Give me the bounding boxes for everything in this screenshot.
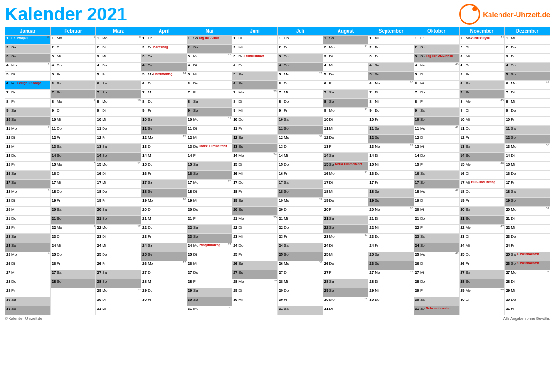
day-abbreviation: Fr bbox=[420, 289, 425, 293]
day-content: 2Sa bbox=[6, 45, 49, 49]
day-number: 24 bbox=[52, 243, 56, 248]
day-number: 6 bbox=[52, 81, 56, 85]
day-content: 3Mi bbox=[52, 54, 95, 58]
day-number: 9 bbox=[415, 108, 420, 112]
cell-9-30: 30Do bbox=[368, 297, 414, 306]
day-abbreviation: Fr bbox=[375, 243, 380, 248]
cell-12-31: 31Fr bbox=[505, 306, 550, 315]
calendar-row-25: 25Mo425Do25Do25So25Di25Fr25So25Mi25Sa25M… bbox=[5, 252, 550, 261]
day-number: 9 bbox=[506, 108, 510, 112]
day-abbreviation: Mo bbox=[329, 45, 335, 49]
day-abbreviation: Sa bbox=[238, 198, 244, 203]
day-content: 2FrKarfreitag bbox=[142, 45, 186, 49]
day-content: 7Do bbox=[6, 90, 49, 94]
day-number: 22 bbox=[506, 225, 510, 230]
day-content: 6Sa bbox=[97, 81, 140, 85]
day-number: 27 bbox=[233, 271, 238, 275]
day-abbreviation: Sa bbox=[148, 117, 153, 121]
day-content: 17Mi bbox=[52, 180, 95, 185]
cell-7-27: 27Di bbox=[277, 270, 323, 279]
cell-1-6: 6MiHeilige 3 Könige bbox=[5, 81, 51, 90]
day-number: 18 bbox=[97, 189, 102, 194]
day-content: 24So bbox=[415, 243, 458, 248]
cell-2-4: 4Do bbox=[50, 63, 96, 72]
day-number: 28 bbox=[142, 280, 147, 284]
day-abbreviation: Mo bbox=[193, 307, 198, 311]
day-content: 18Do bbox=[461, 189, 504, 194]
cell-5-7: 7Fr bbox=[187, 90, 232, 99]
day-abbreviation: So bbox=[57, 90, 62, 94]
day-content: 13Sa bbox=[97, 144, 140, 149]
day-content: 20Mi bbox=[415, 207, 458, 212]
day-number: 18 bbox=[188, 189, 193, 194]
cell-1-15: 15Fr bbox=[5, 162, 51, 171]
day-content: 21Di bbox=[369, 216, 413, 221]
day-number: 19 bbox=[461, 198, 465, 203]
day-number: 24 bbox=[142, 243, 147, 248]
day-abbreviation: So bbox=[329, 225, 335, 230]
cell-7-8: 8Do bbox=[277, 99, 323, 108]
day-number: 16 bbox=[324, 171, 329, 176]
day-number: 17 bbox=[324, 180, 329, 185]
day-content: 31So bbox=[6, 307, 49, 311]
day-abbreviation: Sa bbox=[329, 90, 335, 94]
day-content: 27Sa bbox=[461, 271, 504, 275]
cell-4-20: 20Di bbox=[141, 207, 187, 216]
day-abbreviation: Sa bbox=[193, 225, 198, 230]
day-abbreviation: Mi bbox=[511, 162, 516, 167]
day-abbreviation: So bbox=[284, 252, 289, 257]
day-number: 11 bbox=[369, 126, 374, 131]
day-number: 6 bbox=[142, 81, 147, 85]
day-abbreviation: Sa bbox=[329, 153, 335, 158]
day-content: 15Fr bbox=[415, 162, 458, 167]
day-number: 14 bbox=[97, 153, 102, 158]
day-number: 2 bbox=[233, 45, 238, 49]
day-abbreviation: Mi bbox=[148, 280, 153, 284]
cell-3-15: 15Mo11 bbox=[96, 162, 141, 171]
day-content: 4So bbox=[142, 63, 186, 67]
day-abbreviation: Do bbox=[102, 189, 107, 194]
day-abbreviation: Sa bbox=[102, 81, 107, 85]
cell-7-21: 21Mi bbox=[277, 216, 323, 225]
cell-9-2: 2Do bbox=[368, 45, 414, 54]
day-number: 27 bbox=[279, 271, 283, 275]
cell-10-15: 15Fr bbox=[414, 162, 459, 171]
day-number: 5 bbox=[279, 72, 283, 76]
cell-3-28: 28So bbox=[96, 279, 141, 288]
cell-9-18: 18Sa bbox=[368, 189, 414, 198]
cell-2-23: 23Di bbox=[50, 234, 96, 243]
day-number: 13 bbox=[506, 144, 510, 149]
day-content: 20Mi bbox=[6, 207, 49, 212]
day-number: 18 bbox=[52, 189, 56, 194]
day-content: 4So bbox=[279, 63, 322, 67]
cell-10-8: 8Fr bbox=[414, 99, 459, 108]
cell-11-17: 17MiBuß- und Bettag bbox=[459, 180, 505, 189]
day-number: 1 bbox=[142, 36, 147, 40]
day-number: 7 bbox=[324, 90, 329, 94]
day-content: 8Mo bbox=[461, 99, 504, 103]
day-number: 24 bbox=[506, 243, 510, 248]
day-abbreviation: Sa bbox=[420, 298, 425, 302]
cell-2-24: 24Mi bbox=[50, 243, 96, 252]
cell-11-26: 26Fr bbox=[459, 261, 505, 270]
day-content: 18Di bbox=[188, 189, 231, 194]
day-number: 1 bbox=[6, 36, 11, 40]
cell-6-21: 21Mo25 bbox=[232, 216, 278, 225]
day-abbreviation: Di bbox=[420, 135, 425, 140]
day-number: 25 bbox=[233, 252, 238, 257]
day-number: 1 bbox=[233, 36, 238, 40]
day-abbreviation: Fr bbox=[102, 135, 107, 140]
day-content: 3Mi bbox=[461, 54, 504, 58]
day-content: 13Mo bbox=[506, 144, 549, 149]
cell-1-27: 27Mi bbox=[5, 270, 51, 279]
day-abbreviation: Sa bbox=[284, 180, 289, 185]
day-content: 20Do bbox=[188, 207, 231, 212]
week-number: 7 bbox=[94, 162, 95, 165]
day-number: 20 bbox=[506, 207, 510, 212]
day-content: 6Sa bbox=[52, 81, 95, 85]
day-number: 10 bbox=[142, 117, 147, 121]
cell-4-1: 1Do bbox=[141, 36, 187, 45]
day-abbreviation: Do bbox=[466, 126, 471, 131]
day-content: 15SoMariä Himmelfahrt bbox=[324, 162, 367, 167]
day-number: 27 bbox=[6, 271, 11, 275]
